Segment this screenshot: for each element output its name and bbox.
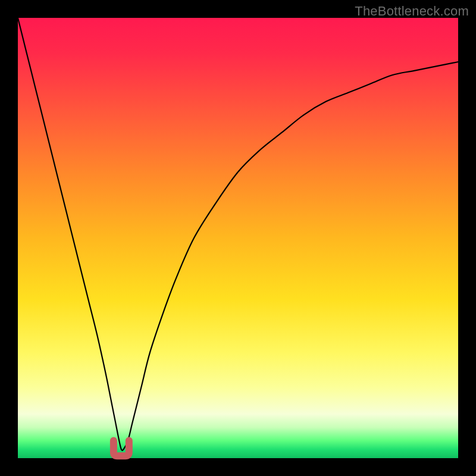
attribution-label: TheBottleneck.com [355,4,469,19]
bottleneck-curve [18,18,458,450]
chart-svg [18,18,458,458]
outer-frame: TheBottleneck.com [0,0,476,476]
plot-area [18,18,458,458]
